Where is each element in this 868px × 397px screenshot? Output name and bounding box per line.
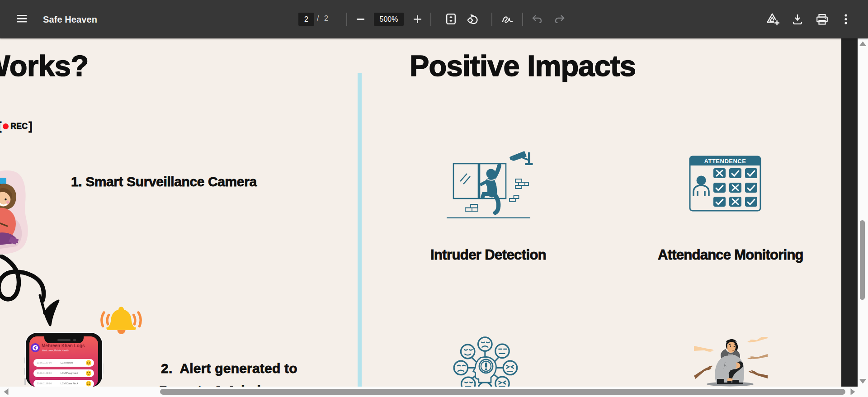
svg-text:LCM Hostel: LCM Hostel	[61, 361, 73, 364]
svg-text:Welcome, Rabia Hasib: Welcome, Rabia Hasib	[42, 349, 69, 352]
svg-text:LCM Playground: LCM Playground	[61, 372, 78, 374]
svg-text:Mehreen Khan Logs: Mehreen Khan Logs	[42, 343, 85, 348]
svg-text:01-01-11 09:00: 01-01-11 09:00	[37, 383, 52, 385]
svg-text:01-01-11 07:00: 01-01-11 07:00	[37, 362, 52, 364]
svg-text:ATTENDENCE: ATTENDENCE	[704, 158, 746, 165]
svg-text:01-01-11 08:00: 01-01-11 08:00	[37, 372, 52, 374]
svg-text:LCM Class 7th A: LCM Class 7th A	[61, 382, 78, 385]
